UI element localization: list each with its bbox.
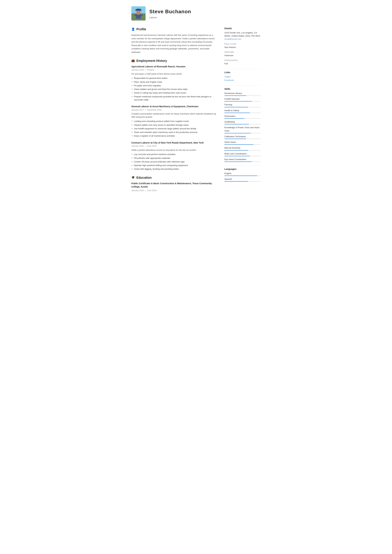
place-of-birth-label: Place of birth: [224, 42, 261, 46]
skill-name: Calibration Techniques: [224, 135, 261, 138]
skills-container: Numerical LiteracyForklift OperatorFarmi…: [224, 92, 261, 162]
skill-bar-background: [224, 139, 261, 139]
language-bar-fill: [224, 175, 257, 176]
jobs-container: Agricultural Laborer at Riverwalk Ranch,…: [131, 65, 218, 171]
language-item: English: [224, 172, 261, 176]
skill-bar-background: [224, 124, 261, 124]
employment-title: Employment History: [136, 58, 167, 63]
skill-bar-background: [224, 161, 261, 162]
profile-section: 👤 Profile Experienced and tenacious Gene…: [131, 27, 218, 54]
languages-container: EnglishSpanish: [224, 172, 261, 182]
job-bullets: Loading and unloading product pallets fr…: [131, 120, 218, 138]
skill-name: Scaffolding: [224, 120, 261, 124]
edu-title: Public Certificate in Basic Construction…: [131, 182, 218, 189]
profile-title: Profile: [136, 27, 146, 32]
skill-bar-background: [224, 133, 261, 133]
skill-bar-fill: [224, 112, 250, 113]
links-container: TwitterFacebook: [224, 75, 261, 82]
resume-page: Steve Buchanon Laborer 👤 Profile Experie…: [125, 0, 267, 206]
driving-license-label: Driving license: [224, 59, 261, 62]
left-column: 👤 Profile Experienced and tenacious Gene…: [131, 27, 218, 196]
links-section: Links TwitterFacebook: [224, 71, 261, 82]
skill-bar-fill: [224, 144, 253, 145]
details-address: 1515 Pacific Ave, Los Angeles, CA 90291,…: [224, 31, 261, 38]
education-section: 🎓 Education Public Certificate in Basic …: [131, 175, 218, 192]
list-item: Assist with digging, leveling and paneli…: [131, 168, 218, 171]
list-item: Clean and maintain plant machinery used …: [131, 131, 218, 134]
details-title: Details: [224, 27, 261, 30]
skill-name: Health & Safety: [224, 109, 261, 112]
place-of-birth-value: San Antonio: [224, 46, 261, 49]
skill-item: Schematics: [224, 115, 261, 119]
svg-point-9: [137, 12, 138, 13]
details-email[interactable]: email@email.com: [224, 37, 261, 41]
link-item[interactable]: Facebook: [224, 79, 261, 82]
skill-item: Knowledge of Power Tools and Hand Tools: [224, 126, 261, 133]
skill-bar-fill: [224, 124, 249, 124]
skill-bar-background: [224, 107, 261, 107]
list-item: Keep a register of all maintenance activ…: [131, 134, 218, 138]
skill-bar-fill: [224, 161, 252, 162]
edu-container: Public Certificate in Basic Construction…: [131, 182, 218, 192]
profile-icon: 👤: [131, 27, 135, 31]
skill-item: Numerical Literacy: [224, 92, 261, 96]
job-dates: January 2016 — June 2016: [131, 144, 218, 147]
skill-item: Health & Safety: [224, 109, 261, 113]
education-title: Education: [136, 175, 152, 180]
skill-bar-background: [224, 150, 261, 151]
candidate-name: Steve Buchanon: [149, 8, 191, 15]
languages-title: Languages: [224, 168, 261, 171]
list-item: Lay concrete and perform backhoe activit…: [131, 153, 218, 156]
main-content: 👤 Profile Experienced and tenacious Gene…: [131, 27, 261, 196]
skill-item: Farming: [224, 103, 261, 107]
skill-bar-fill: [224, 133, 251, 133]
skill-bar-fill: [224, 139, 246, 139]
job-title: General Laborer at Ascot Machinery & Equ…: [131, 105, 218, 108]
list-item: Use forklift equipment to maneuver large…: [131, 127, 218, 130]
list-item: Operate high powered drilling and compac…: [131, 164, 218, 167]
link-item[interactable]: Twitter: [224, 75, 261, 78]
svg-rect-8: [135, 10, 141, 11]
skill-item: Eye Hand Coordination: [224, 158, 261, 162]
list-item: Loading and unloading product pallets fr…: [131, 120, 218, 123]
avatar: [131, 6, 146, 21]
profile-text: Experienced and tenacious General Labore…: [131, 33, 218, 54]
divider-3: [224, 165, 261, 166]
skill-name: Eye Hand Coordination: [224, 158, 261, 161]
language-bar-fill: [224, 181, 248, 182]
skill-bar-fill: [224, 107, 248, 107]
skill-name: Multi Limb Coordination: [224, 152, 261, 155]
job-title: Agricultural Laborer at Riverwalk Ranch,…: [131, 65, 218, 69]
details-section: Details 1515 Pacific Ave, Los Angeles, C…: [224, 27, 261, 65]
job-item: Contract Laborer at City of New York Roa…: [131, 141, 218, 171]
right-column: Details 1515 Pacific Ave, Los Angeles, C…: [224, 27, 261, 196]
candidate-subtitle: Laborer: [149, 16, 191, 19]
links-title: Links: [224, 71, 261, 74]
nationality-label: Nationality: [224, 50, 261, 54]
svg-rect-5: [140, 14, 143, 16]
job-dates: January 2017 — December 2018: [131, 108, 218, 112]
skill-bar-background: [224, 118, 261, 119]
skill-name: Numerical Literacy: [224, 92, 261, 95]
skill-item: Multi Limb Coordination: [224, 152, 261, 156]
list-item: Responsible for general farm duties: [131, 77, 218, 80]
divider-2: [224, 85, 261, 85]
skill-item: Calibration Techniques: [224, 135, 261, 139]
skill-item: Scaffolding: [224, 120, 261, 124]
list-item: Fix gates and locks regularly: [131, 84, 218, 87]
job-title: Contract Laborer at City of New York Roa…: [131, 141, 218, 145]
edu-item: Public Certificate in Basic Construction…: [131, 182, 218, 192]
language-name: Spanish: [224, 178, 261, 181]
edu-dates: January 2019 — June 2019: [131, 189, 218, 192]
list-item: Cordon off areas around sinkholes with r…: [131, 160, 218, 163]
list-item: Prepare medicinal compounds provided by …: [131, 95, 218, 102]
skill-bar-fill: [224, 95, 246, 96]
skill-bar-background: [224, 156, 261, 156]
job-bullets: Lay concrete and perform backhoe activit…: [131, 153, 218, 171]
svg-rect-4: [134, 14, 136, 16]
job-summary: Created a preventative maintenance roste…: [131, 112, 218, 119]
skill-bar-background: [224, 101, 261, 102]
svg-point-10: [139, 12, 140, 13]
education-section-header: 🎓 Education: [131, 175, 218, 180]
job-item: Agricultural Laborer at Riverwalk Ranch,…: [131, 65, 218, 102]
